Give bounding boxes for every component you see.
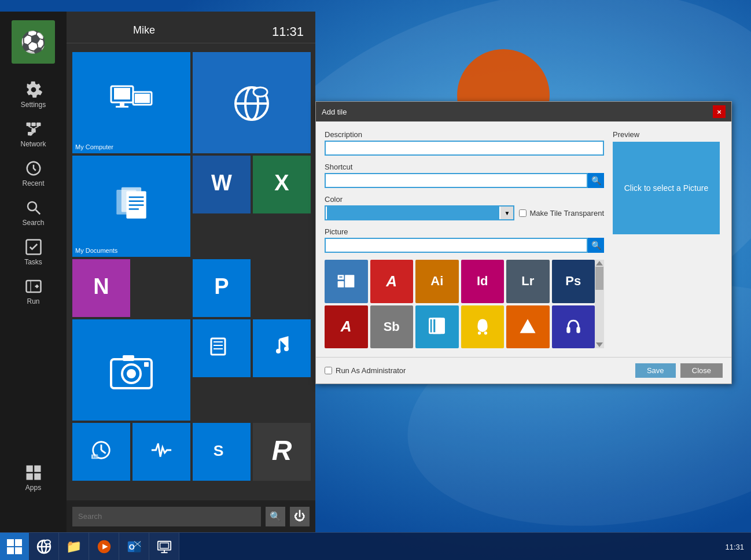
description-group: Description [325, 130, 604, 156]
shortcut-input-row: 🔍 [325, 173, 604, 188]
icons-scrollbar-area: A Ai Id Lr Ps [325, 260, 604, 348]
dialog-form: Description Shortcut 🔍 Color ▼ [325, 130, 604, 348]
run-as-admin-checkbox[interactable] [325, 367, 332, 374]
preview-text: Click to select a Picture [624, 183, 709, 193]
icon-tile-soundbooth[interactable]: Sb [370, 305, 414, 349]
icon-tile-artrage[interactable] [506, 305, 550, 349]
svg-point-66 [484, 331, 487, 334]
svg-rect-69 [576, 327, 580, 333]
svg-rect-58 [338, 281, 344, 288]
dialog-footer: Run As Administrator Save Close [316, 357, 731, 384]
transparent-label: Make Tile Transparent [529, 209, 604, 218]
icon-tile-lightroom[interactable]: Lr [506, 260, 550, 303]
run-as-admin-text: Run As Administrator [336, 366, 406, 375]
shortcut-label: Shortcut [325, 163, 604, 171]
icons-scrollbar[interactable] [595, 260, 604, 348]
picture-label: Picture [325, 227, 604, 236]
add-tile-dialog: Add tile × Description Shortcut 🔍 Color [315, 101, 732, 384]
dialog-title: Add tile [322, 108, 347, 116]
dialog-titlebar: Add tile × [316, 102, 731, 121]
svg-rect-63 [436, 318, 444, 333]
description-input[interactable] [325, 141, 604, 156]
description-label: Description [325, 130, 604, 139]
icon-tile-photoshop[interactable]: Ps [552, 260, 595, 303]
svg-point-65 [478, 331, 481, 334]
icon-tile-headphones[interactable] [552, 305, 595, 349]
scroll-down-arrow [595, 341, 604, 348]
icon-tile-acrobat2[interactable]: A [325, 305, 368, 349]
picture-input-row: 🔍 [325, 238, 604, 253]
icon-tile-indesign[interactable]: Id [461, 260, 505, 303]
scroll-up-arrow [595, 260, 604, 267]
icon-tile-illustrator[interactable]: Ai [415, 260, 459, 303]
color-group: Color ▼ Make Tile Transparent [325, 195, 604, 220]
picture-input[interactable] [325, 238, 588, 253]
icon-tile-pages[interactable] [415, 305, 459, 349]
dialog-close-button[interactable]: × [713, 105, 726, 118]
svg-marker-67 [520, 319, 536, 333]
svg-marker-71 [596, 342, 603, 347]
icon-tile-snapchat[interactable] [461, 305, 505, 349]
dialog-preview-section: Preview Click to select a Picture [613, 130, 723, 348]
color-label: Color [325, 195, 604, 204]
shortcut-input[interactable] [325, 173, 588, 188]
dialog-footer-buttons: Save Close [635, 363, 723, 378]
run-as-admin-label: Run As Administrator [325, 366, 406, 375]
svg-rect-59 [345, 275, 354, 288]
preview-label: Preview [613, 130, 723, 139]
icon-tile-acrobat[interactable]: A [370, 260, 414, 303]
dialog-overlay: Add tile × Description Shortcut 🔍 Color [0, 0, 751, 560]
icons-grid: A Ai Id Lr Ps [325, 260, 595, 348]
icons-scroll-area: A Ai Id Lr Ps [325, 260, 595, 348]
dialog-body: Description Shortcut 🔍 Color ▼ [316, 121, 731, 357]
shortcut-search-button[interactable]: 🔍 [588, 173, 604, 188]
save-button[interactable]: Save [635, 363, 676, 378]
icon-tile-settings[interactable] [325, 260, 368, 303]
svg-marker-70 [596, 261, 603, 266]
transparent-check-label: Make Tile Transparent [519, 209, 604, 218]
scroll-thumb [595, 267, 603, 290]
transparent-checkbox[interactable] [519, 209, 527, 217]
picture-group: Picture 🔍 [325, 227, 604, 253]
color-swatch [327, 207, 499, 219]
color-row: ▼ Make Tile Transparent [325, 205, 604, 220]
picture-search-button[interactable]: 🔍 [588, 238, 604, 253]
color-select[interactable]: ▼ [325, 205, 514, 220]
color-dropdown-button[interactable]: ▼ [500, 207, 513, 219]
svg-rect-68 [566, 327, 570, 333]
preview-box[interactable]: Click to select a Picture [613, 142, 720, 234]
close-button[interactable]: Close [680, 363, 723, 378]
shortcut-group: Shortcut 🔍 [325, 163, 604, 188]
